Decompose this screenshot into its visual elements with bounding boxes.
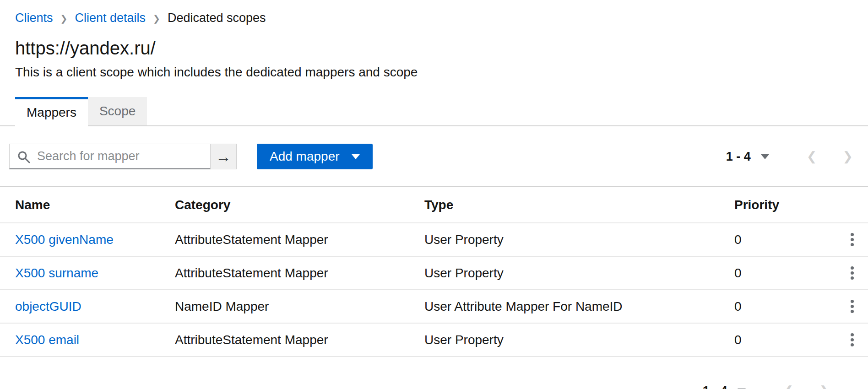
- column-header-priority: Priority: [734, 186, 836, 223]
- table-row: X500 email AttributeStatement Mapper Use…: [0, 323, 868, 357]
- kebab-icon: [851, 233, 854, 236]
- table-row: objectGUID NameID Mapper User Attribute …: [0, 290, 868, 323]
- pagination-next-button[interactable]: ❯: [842, 149, 853, 164]
- kebab-icon: [851, 333, 854, 336]
- mapper-type: User Property: [424, 256, 734, 290]
- tab-scope-label: Scope: [99, 104, 136, 119]
- mapper-name-link[interactable]: X500 surname: [15, 266, 98, 280]
- mapper-name-link[interactable]: objectGUID: [15, 299, 81, 313]
- mapper-priority: 0: [734, 223, 836, 256]
- mapper-type: User Property: [424, 223, 734, 256]
- kebab-icon: [851, 300, 854, 303]
- breadcrumb-link-client-details[interactable]: Client details: [75, 11, 146, 25]
- mapper-type: User Attribute Mapper For NameID: [424, 290, 734, 323]
- mappers-table: Name Category Type Priority X500 givenNa…: [0, 186, 868, 357]
- mapper-category: AttributeStatement Mapper: [175, 323, 424, 357]
- mapper-category: NameID Mapper: [175, 290, 424, 323]
- breadcrumb-separator-icon: ❯: [60, 13, 68, 24]
- column-header-category: Category: [175, 186, 424, 223]
- search-box: [9, 144, 211, 169]
- mapper-category: AttributeStatement Mapper: [175, 223, 424, 256]
- tab-mappers[interactable]: Mappers: [15, 97, 88, 126]
- table-toolbar: → Add mapper 1 - 4 ❮ ❯: [0, 126, 868, 186]
- mapper-priority: 0: [734, 256, 836, 290]
- mapper-name-link[interactable]: X500 email: [15, 333, 79, 347]
- pagination-bottom: 1 - 4 ❮ ❯: [0, 357, 868, 389]
- add-mapper-button-label: Add mapper: [270, 149, 340, 164]
- pagination-range: 1 - 4: [726, 150, 751, 164]
- mapper-priority: 0: [734, 290, 836, 323]
- kebab-menu-button[interactable]: [848, 330, 857, 349]
- table-row: X500 givenName AttributeStatement Mapper…: [0, 223, 868, 256]
- search-input[interactable]: [10, 144, 210, 168]
- column-header-actions: [836, 186, 868, 223]
- search-group: →: [9, 144, 237, 169]
- tab-bar-spacer: [147, 97, 868, 126]
- chevron-left-icon: ❮: [783, 384, 794, 389]
- tab-bar: Mappers Scope: [0, 97, 868, 126]
- arrow-right-icon: →: [216, 148, 231, 166]
- mapper-priority: 0: [734, 323, 836, 357]
- column-header-name: Name: [0, 186, 175, 223]
- tab-bar-spacer: [0, 97, 15, 126]
- pagination-range-toggle[interactable]: 1 - 4: [726, 150, 769, 164]
- kebab-icon: [851, 266, 854, 270]
- chevron-right-icon: ❯: [819, 384, 830, 389]
- breadcrumb-current: Dedicated scopes: [168, 11, 266, 25]
- tab-mappers-label: Mappers: [27, 105, 76, 120]
- mapper-name-link[interactable]: X500 givenName: [15, 232, 114, 247]
- pagination-prev-button[interactable]: ❮: [807, 149, 817, 164]
- add-mapper-button[interactable]: Add mapper: [257, 144, 373, 169]
- pagination-top: 1 - 4 ❮ ❯: [726, 149, 853, 164]
- kebab-menu-button[interactable]: [848, 297, 857, 316]
- search-submit-button[interactable]: →: [211, 144, 237, 169]
- column-header-type: Type: [424, 186, 734, 223]
- pagination-next-button[interactable]: ❯: [819, 384, 830, 389]
- breadcrumb-separator-icon: ❯: [153, 13, 160, 24]
- tab-scope[interactable]: Scope: [88, 97, 147, 126]
- kebab-menu-button[interactable]: [848, 230, 857, 249]
- mapper-type: User Property: [424, 323, 734, 357]
- caret-down-icon: [761, 154, 769, 159]
- chevron-right-icon: ❯: [842, 150, 853, 163]
- page-title: https://yandex.ru/: [15, 38, 853, 59]
- pagination-prev-button[interactable]: ❮: [783, 384, 794, 389]
- pagination-range: 1 - 4: [703, 384, 727, 389]
- breadcrumb-link-clients[interactable]: Clients: [15, 11, 53, 25]
- caret-down-icon: [352, 154, 360, 159]
- mapper-category: AttributeStatement Mapper: [175, 256, 424, 290]
- table-header-row: Name Category Type Priority: [0, 186, 868, 223]
- table-row: X500 surname AttributeStatement Mapper U…: [0, 256, 868, 290]
- pagination-range-toggle[interactable]: 1 - 4: [703, 384, 746, 389]
- page-subtitle: This is a client scope which includes th…: [15, 65, 853, 80]
- kebab-menu-button[interactable]: [848, 264, 857, 282]
- breadcrumb: Clients ❯ Client details ❯ Dedicated sco…: [0, 0, 868, 25]
- search-icon: [17, 150, 31, 164]
- chevron-left-icon: ❮: [807, 150, 817, 163]
